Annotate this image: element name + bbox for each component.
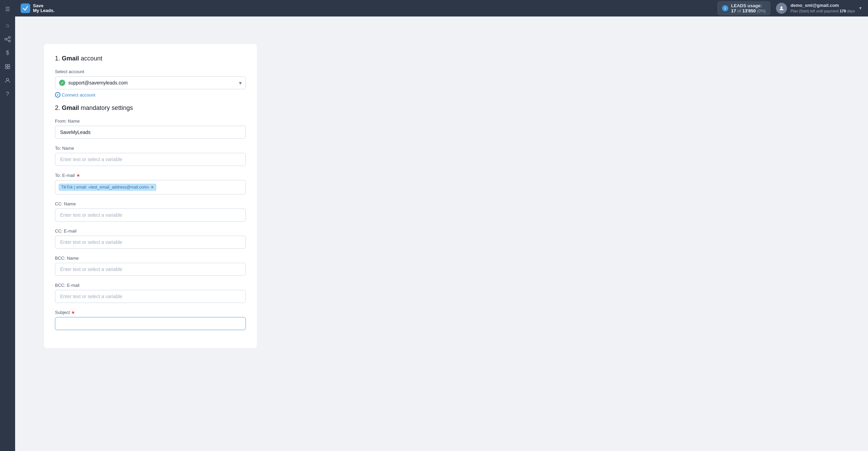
section2-title: 2. Gmail mandatory settings (55, 104, 246, 112)
user-section: demo_sml@gmail.com Plan |Start| left unt… (776, 3, 863, 14)
bcc-email-group: BCC: E-mail (55, 283, 246, 303)
connect-account-link[interactable]: + Connect account (55, 92, 95, 98)
top-navigation: Save My Leads. i LEADS usage: 17 of 13'8… (15, 0, 868, 16)
to-email-group: To: E-mail ★ TikTok | email: «test_email… (55, 173, 246, 194)
svg-point-2 (9, 40, 10, 42)
sidebar-help-icon[interactable]: ? (1, 88, 14, 100)
brand-logo: Save My Leads. (21, 3, 55, 13)
user-menu-chevron[interactable]: ▼ (858, 6, 863, 11)
sidebar-profile-icon[interactable] (1, 74, 14, 87)
from-name-input[interactable] (55, 126, 246, 139)
bcc-email-input[interactable] (55, 290, 246, 303)
select-account-label: Select account (55, 69, 246, 74)
subject-label: Subject ★ (55, 310, 246, 315)
svg-point-9 (7, 78, 9, 80)
cc-name-label: CC: Name (55, 201, 246, 206)
to-email-tag-remove[interactable]: ✕ (151, 185, 154, 189)
sidebar: ☰ ⌂ $ ? (0, 0, 15, 451)
bcc-name-input[interactable] (55, 263, 246, 276)
sidebar-tools-icon[interactable] (1, 60, 14, 73)
svg-line-4 (7, 40, 8, 41)
to-name-label: To: Name (55, 146, 246, 151)
subject-required: ★ (71, 310, 75, 315)
svg-rect-6 (8, 65, 10, 66)
sidebar-billing-icon[interactable]: $ (1, 47, 14, 59)
to-email-required: ★ (76, 173, 80, 178)
cc-email-group: CC: E-mail (55, 228, 246, 249)
to-name-group: To: Name (55, 146, 246, 166)
settings-card: 1. Gmail account Select account ✓ ▾ + Co… (44, 44, 257, 348)
bcc-email-label: BCC: E-mail (55, 283, 246, 288)
svg-rect-7 (5, 67, 7, 69)
to-email-tag: TikTok | email: «test_email_address@mail… (59, 184, 156, 191)
account-verified-icon: ✓ (59, 80, 65, 86)
leads-usage-text: LEADS usage: 17 of 13'850 (0%) (731, 3, 766, 13)
leads-usage-widget: i LEADS usage: 17 of 13'850 (0%) (717, 1, 770, 15)
connect-plus-icon: + (55, 92, 60, 98)
to-email-input[interactable]: TikTok | email: «test_email_address@mail… (55, 180, 246, 194)
sidebar-menu-icon[interactable]: ☰ (1, 3, 14, 15)
main-content: 1. Gmail account Select account ✓ ▾ + Co… (30, 33, 868, 451)
to-name-input[interactable] (55, 153, 246, 166)
bcc-name-label: BCC: Name (55, 256, 246, 261)
select-account-input[interactable] (55, 76, 246, 89)
svg-rect-8 (8, 67, 10, 69)
select-account-wrapper[interactable]: ✓ ▾ (55, 76, 246, 89)
brand-text: Save My Leads. (33, 3, 55, 13)
select-account-group: Select account ✓ ▾ + Connect account (55, 69, 246, 98)
user-info: demo_sml@gmail.com Plan |Start| left unt… (790, 3, 855, 13)
avatar (776, 3, 787, 14)
cc-name-input[interactable] (55, 208, 246, 222)
info-icon: i (722, 5, 728, 11)
from-name-label: From: Name (55, 119, 246, 124)
subject-group: Subject ★ (55, 310, 246, 330)
cc-email-input[interactable] (55, 236, 246, 249)
section1-title: 1. Gmail account (55, 55, 246, 62)
brand-icon (21, 3, 30, 13)
cc-name-group: CC: Name (55, 201, 246, 222)
svg-rect-5 (5, 65, 7, 66)
subject-input[interactable] (55, 317, 246, 330)
bcc-name-group: BCC: Name (55, 256, 246, 276)
svg-point-0 (5, 38, 7, 40)
sidebar-home-icon[interactable]: ⌂ (1, 19, 14, 32)
svg-line-3 (7, 38, 8, 39)
svg-point-10 (780, 7, 783, 9)
cc-email-label: CC: E-mail (55, 228, 246, 234)
from-name-group: From: Name (55, 119, 246, 139)
to-email-label: To: E-mail ★ (55, 173, 246, 178)
svg-point-1 (9, 36, 10, 38)
sidebar-connections-icon[interactable] (1, 33, 14, 45)
